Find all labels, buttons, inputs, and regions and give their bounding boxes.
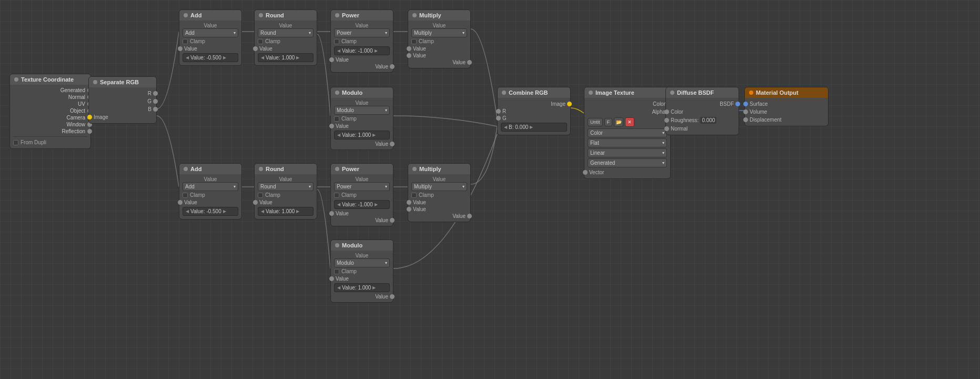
socket-value-in[interactable]	[329, 124, 334, 128]
value-text: Value: 1.000	[266, 208, 295, 214]
socket-color-in[interactable]	[664, 109, 669, 114]
extension-dropdown[interactable]: Generated	[588, 158, 667, 167]
from-dupli-checkbox[interactable]	[13, 140, 18, 145]
b-text: B: 0.000	[509, 124, 528, 130]
node-header-multiply-top: Multiply	[408, 10, 470, 21]
clamp-label: Clamp	[190, 192, 205, 198]
socket-value-in[interactable]	[329, 57, 334, 62]
socket-value-in[interactable]	[253, 46, 258, 51]
color-space-dropdown[interactable]: Color	[588, 128, 667, 137]
node-dot	[93, 80, 97, 84]
b-field[interactable]: ◀ B: 0.000 ▶	[501, 123, 567, 132]
value-field[interactable]: ◀ Value: -0.500 ▶	[183, 207, 238, 216]
socket-label: Window	[66, 122, 85, 127]
clamp-checkbox[interactable]	[334, 39, 339, 44]
value-field[interactable]: ◀ Value: 1.000 ▶	[334, 283, 390, 292]
value-out-label: Value	[375, 217, 388, 223]
node-dot	[14, 77, 18, 82]
value-in-label: Value	[184, 46, 197, 52]
socket-bsdf-out[interactable]	[735, 102, 740, 106]
socket-value-out[interactable]	[390, 294, 395, 299]
operation-dropdown[interactable]: Multiply	[411, 28, 467, 37]
socket-value-in1[interactable]	[407, 46, 411, 51]
clamp-checkbox[interactable]	[258, 39, 263, 44]
clamp-checkbox[interactable]	[334, 269, 339, 274]
socket-image-in[interactable]	[87, 115, 92, 119]
operation-dropdown[interactable]: Add	[183, 182, 238, 191]
socket-value-in2[interactable]	[407, 53, 411, 58]
operation-dropdown[interactable]: Power	[334, 28, 390, 37]
socket-value-in[interactable]	[329, 276, 334, 281]
socket-vector-in[interactable]	[583, 170, 588, 175]
socket-value-in[interactable]	[329, 211, 334, 216]
socket-value-out[interactable]	[390, 218, 395, 223]
socket-value-out[interactable]	[390, 142, 395, 146]
socket-volume-in[interactable]	[743, 109, 748, 114]
socket-value-out[interactable]	[467, 214, 472, 218]
value-field[interactable]: ◀ Value: 1.000 ▶	[334, 131, 390, 139]
value-in-label: Value	[336, 57, 349, 63]
f-button[interactable]: F	[604, 118, 613, 126]
node-dot	[184, 13, 188, 17]
clamp-checkbox[interactable]	[411, 193, 417, 198]
value-in-label: Value	[413, 200, 426, 205]
node-title: Add	[190, 12, 201, 18]
clamp-checkbox[interactable]	[334, 193, 339, 198]
operation-dropdown[interactable]: Multiply	[411, 182, 467, 191]
socket-b-out[interactable]	[153, 107, 158, 112]
round-bot-node: Round Value Round Clamp Value ◀ Value: 1…	[254, 163, 317, 220]
delete-button[interactable]: ✕	[625, 117, 634, 127]
socket-displacement-in[interactable]	[743, 117, 748, 122]
clamp-checkbox[interactable]	[258, 193, 263, 198]
value-field[interactable]: ◀ Value: 1.000 ▶	[258, 53, 314, 62]
node-dot	[335, 13, 339, 17]
browse-button[interactable]: 📂	[614, 117, 623, 127]
socket-reflection-out[interactable]	[87, 129, 92, 134]
socket-r-out[interactable]	[153, 91, 158, 96]
operation-dropdown[interactable]: Round	[258, 182, 314, 191]
clamp-checkbox[interactable]	[334, 116, 339, 122]
socket-value-in[interactable]	[178, 200, 183, 205]
socket-roughness-in[interactable]	[664, 118, 669, 123]
value-field[interactable]: ◀ Value: -0.500 ▶	[183, 53, 238, 62]
operation-dropdown[interactable]: Add	[183, 28, 238, 37]
value-field1[interactable]: ◀ Value: -1.000 ▶	[334, 46, 390, 55]
value-in-label: Value	[336, 123, 349, 129]
socket-value-in[interactable]	[178, 46, 183, 51]
socket-g-out[interactable]	[153, 99, 158, 104]
node-title: Power	[342, 12, 359, 18]
node-header-texture-coord: Texture Coordinate	[10, 74, 90, 85]
socket-image-out[interactable]	[567, 102, 572, 106]
socket-value-in1[interactable]	[407, 200, 411, 205]
clamp-checkbox[interactable]	[183, 39, 188, 44]
node-title: Multiply	[419, 166, 441, 172]
projection-dropdown[interactable]: Flat	[588, 138, 667, 147]
socket-value-out[interactable]	[390, 64, 395, 69]
roughness-value[interactable]: 0.000	[700, 117, 716, 124]
operation-dropdown[interactable]: Power	[334, 182, 390, 191]
value-label: Value	[334, 253, 390, 258]
clamp-label: Clamp	[341, 116, 357, 122]
socket-value-in[interactable]	[253, 200, 258, 205]
node-title: Modulo	[342, 242, 362, 248]
value-field1[interactable]: ◀ Value: -1.000 ▶	[334, 200, 390, 209]
socket-r-in[interactable]	[496, 109, 501, 114]
value-field[interactable]: ◀ Value: 1.000 ▶	[258, 207, 314, 216]
socket-value-out[interactable]	[467, 60, 472, 65]
interpolation-dropdown[interactable]: Linear	[588, 148, 667, 157]
operation-dropdown[interactable]: Modulo	[334, 258, 390, 267]
node-dot	[184, 167, 188, 171]
clamp-checkbox[interactable]	[183, 193, 188, 198]
node-title: Texture Coordinate	[21, 76, 74, 83]
socket-surface-in[interactable]	[743, 102, 748, 106]
socket-normal-in[interactable]	[664, 126, 669, 131]
socket-g-in[interactable]	[496, 116, 501, 121]
operation-dropdown[interactable]: Modulo	[334, 106, 390, 115]
socket-value-in2[interactable]	[407, 207, 411, 212]
socket-label: Generated	[60, 87, 85, 93]
clamp-checkbox[interactable]	[411, 39, 417, 44]
value-label: Value	[183, 176, 238, 182]
socket-row-camera: Camera	[13, 114, 87, 121]
operation-dropdown[interactable]: Round	[258, 28, 314, 37]
untit-button[interactable]: Untit	[588, 118, 603, 126]
